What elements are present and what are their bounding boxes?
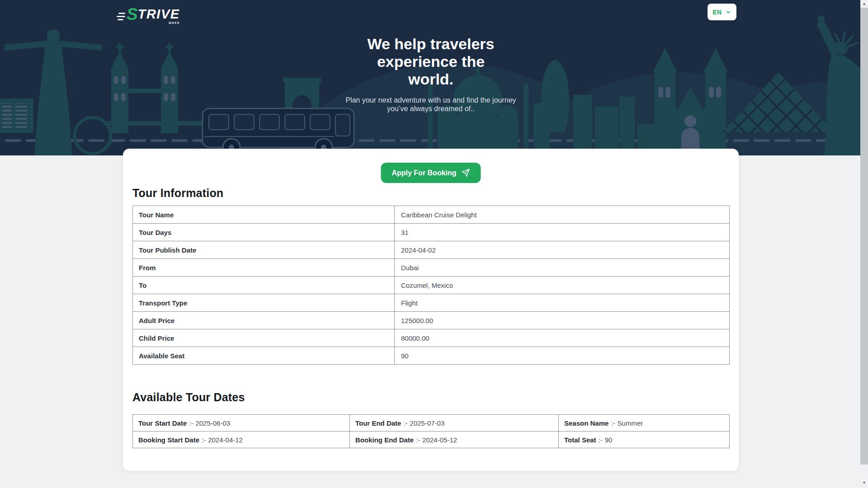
tour-date-cell: Total Seat:-90: [559, 432, 730, 448]
tour-info-row: ToCozumel, Mexico: [133, 277, 730, 294]
tour-information-table: Tour NameCaribbean Cruise DelightTour Da…: [132, 206, 730, 365]
tour-details-card: Apply For Booking Tour Information Tour …: [123, 149, 739, 471]
available-tour-dates-table-body: Tour Start Date:-2025-06-03Tour End Date…: [133, 415, 730, 448]
tour-info-label: Child Price: [133, 329, 395, 347]
available-tour-dates-table: Tour Start Date:-2025-06-03Tour End Date…: [132, 414, 730, 448]
scroll-down-arrow-icon[interactable]: ▼: [860, 479, 868, 487]
christ-the-redeemer-silhouette: [5, 30, 102, 155]
tour-date-value: 2024-05-12: [422, 436, 457, 444]
tour-date-row: Booking Start Date:-2024-04-12Booking En…: [133, 432, 730, 448]
tour-date-value: 2025-06-03: [195, 419, 230, 427]
hero-text-block: We help travelers experience the world. …: [123, 0, 738, 113]
hero-section: S TRIVE MAKE EN We help travelers experi…: [0, 0, 868, 155]
tour-info-label: Adult Price: [133, 312, 395, 329]
tour-date-value: Summer: [618, 419, 643, 427]
tour-date-value: 90: [605, 436, 613, 444]
tour-info-label: Tour Publish Date: [133, 241, 395, 259]
tour-info-value: 80000.00: [395, 329, 730, 347]
scrollbar-thumb[interactable]: [860, 8, 868, 465]
tour-date-label: Booking Start Date: [138, 436, 199, 444]
tour-date-separator: :-: [416, 436, 420, 444]
tour-info-row: Tour Publish Date2024-04-02: [133, 241, 730, 259]
tour-date-label: Season Name: [564, 419, 609, 427]
apply-for-booking-label: Apply For Booking: [392, 169, 456, 177]
tour-info-value: 125000.00: [395, 312, 730, 329]
tour-info-value: 31: [395, 224, 730, 241]
tour-info-label: From: [133, 259, 395, 277]
tour-info-label: Available Seat: [133, 347, 395, 365]
tour-info-value: 90: [395, 347, 730, 365]
hero-subtitle: Plan your next adventure with us and fin…: [123, 96, 738, 113]
hero-title-line: experience the: [123, 53, 738, 70]
tour-date-separator: :-: [611, 419, 615, 427]
hero-title-line: We help travelers: [123, 35, 738, 53]
tour-info-value: Caribbean Cruise Delight: [395, 206, 730, 224]
available-tour-dates-heading: Available Tour Dates: [132, 391, 245, 404]
tour-info-value: Dubai: [395, 259, 730, 277]
tour-date-separator: :-: [403, 419, 407, 427]
tour-info-label: Tour Name: [133, 206, 395, 224]
send-icon: [462, 169, 470, 177]
tour-info-row: Tour Days31: [133, 224, 730, 241]
tour-date-cell: Season Name:-Summer: [559, 415, 730, 432]
hero-subtitle-line: Plan your next adventure with us and fin…: [123, 96, 738, 104]
tour-date-row: Tour Start Date:-2025-06-03Tour End Date…: [133, 415, 730, 432]
tour-info-value: Cozumel, Mexico: [395, 277, 730, 294]
hero-title-line: world.: [123, 70, 738, 88]
apply-for-booking-button[interactable]: Apply For Booking: [381, 163, 481, 183]
tour-info-row: Child Price80000.00: [133, 329, 730, 347]
tour-information-heading: Tour Information: [132, 187, 223, 200]
tour-date-value: 2025-07-03: [410, 419, 445, 427]
hero-subtitle-line: you’ve always dreamed of..: [123, 104, 738, 113]
tour-date-label: Total Seat: [564, 436, 596, 444]
tour-date-cell: Booking End Date:-2024-05-12: [350, 432, 559, 448]
tour-date-value: 2024-04-12: [208, 436, 243, 444]
scroll-up-arrow-icon[interactable]: ▲: [860, 0, 868, 8]
tour-info-row: FromDubai: [133, 259, 730, 277]
city-building-silhouette: [0, 99, 33, 133]
tour-date-separator: :-: [189, 419, 193, 427]
hero-title: We help travelers experience the world.: [123, 35, 738, 88]
tour-date-cell: Tour End Date:-2025-07-03: [350, 415, 559, 432]
tour-date-cell: Tour Start Date:-2025-06-03: [133, 415, 350, 432]
scrollbar[interactable]: ▲ ▼: [860, 0, 868, 488]
tour-date-label: Tour Start Date: [138, 419, 187, 427]
tour-date-separator: :-: [599, 436, 603, 444]
tour-date-cell: Booking Start Date:-2024-04-12: [133, 432, 350, 448]
tour-information-table-body: Tour NameCaribbean Cruise DelightTour Da…: [133, 206, 730, 365]
tour-info-row: Available Seat90: [133, 347, 730, 365]
tour-info-label: Transport Type: [133, 294, 395, 312]
tour-info-row: Tour NameCaribbean Cruise Delight: [133, 206, 730, 224]
tour-info-row: Adult Price125000.00: [133, 312, 730, 329]
tour-date-label: Tour End Date: [355, 419, 401, 427]
tour-info-row: Transport TypeFlight: [133, 294, 730, 312]
tour-info-value: Flight: [395, 294, 730, 312]
tour-info-label: Tour Days: [133, 224, 395, 241]
tour-date-separator: :-: [202, 436, 206, 444]
tour-date-label: Booking End Date: [355, 436, 414, 444]
tour-info-label: To: [133, 277, 395, 294]
tour-info-value: 2024-04-02: [395, 241, 730, 259]
